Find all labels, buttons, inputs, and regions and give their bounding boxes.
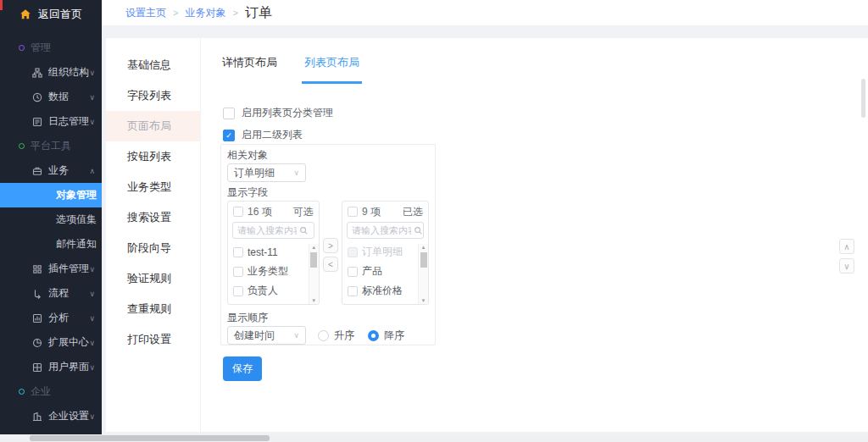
scrollbar-thumb[interactable]: [420, 252, 427, 268]
settings-nav-print-settings[interactable]: 打印设置: [106, 324, 200, 355]
list-item[interactable]: 业务类型: [228, 262, 319, 281]
settings-nav-field-list[interactable]: 字段列表: [106, 80, 200, 111]
scroll-down-icon[interactable]: ▼: [311, 297, 316, 304]
radio-asc-label[interactable]: 升序: [334, 329, 354, 343]
transfer-target-header: 9 项 已选: [342, 202, 428, 222]
search-icon: [414, 226, 423, 235]
tab-list-page-layout[interactable]: 列表页布局: [302, 48, 362, 84]
sidebar-item-label: 日志管理: [48, 114, 89, 129]
move-right-button[interactable]: >: [323, 238, 338, 253]
settings-nav-button-list[interactable]: 按钮列表: [106, 141, 200, 172]
panel-vertical-scrollbar[interactable]: [861, 79, 865, 118]
sidebar-item-mail-notify[interactable]: 邮件通知: [0, 232, 102, 257]
log-list-icon: [32, 117, 42, 127]
scroll-up-icon[interactable]: ▲: [421, 244, 426, 251]
briefcase-icon: [32, 166, 42, 176]
option-label: 启用二级列表: [242, 128, 303, 142]
move-down-button[interactable]: ∨: [839, 258, 854, 273]
search-icon: [299, 226, 309, 235]
sidebar-item-data[interactable]: 数据 ∨: [0, 85, 102, 109]
scroll-down-icon[interactable]: ▼: [421, 297, 426, 304]
sidebar-item-extension-center[interactable]: 扩展中心 ∨: [0, 330, 102, 355]
sidebar-item-analysis[interactable]: 分析 ∨: [0, 306, 102, 330]
list-item[interactable]: test-11: [228, 242, 319, 262]
sidebar-item-object-manage[interactable]: 对象管理: [0, 183, 102, 207]
sidebar-item-org-structure[interactable]: 组织结构 ∨: [0, 60, 102, 85]
sidebar-item-option-sets[interactable]: 选项值集: [0, 207, 102, 232]
settings-nav-search-settings[interactable]: 搜索设置: [106, 202, 200, 233]
sidebar-item-platform-tools[interactable]: 平台工具: [0, 134, 102, 158]
item-label: 产品: [362, 264, 382, 279]
related-object-select[interactable]: 订单明细 ∨: [227, 163, 306, 182]
sidebar-item-enterprise-settings[interactable]: 企业设置 ∨: [0, 404, 102, 428]
building-icon: [32, 412, 42, 422]
order-field-select[interactable]: 创建时间 ∨: [227, 326, 306, 345]
checkbox-checked[interactable]: ✓: [223, 130, 235, 141]
sidebar-item-enterprise[interactable]: 企业: [0, 379, 102, 404]
nav-label: 查重规则: [127, 301, 171, 317]
sidebar-item-log-manage[interactable]: 日志管理 ∨: [0, 109, 102, 134]
checkbox-unchecked[interactable]: [348, 286, 358, 296]
option-secondary-list[interactable]: ✓ 启用二级列表: [223, 128, 303, 142]
item-label: 标准价格: [362, 284, 403, 298]
radio-asc[interactable]: [318, 330, 329, 341]
settings-nav-basic-info[interactable]: 基础信息: [106, 50, 200, 80]
sidebar-item-flow[interactable]: 流程 ∨: [0, 281, 102, 306]
target-search-input[interactable]: [352, 225, 411, 235]
settings-nav-page-layout[interactable]: 页面布局: [106, 111, 200, 141]
check-icon: ✓: [225, 131, 232, 140]
move-left-button[interactable]: <: [323, 257, 338, 272]
checkbox-unchecked[interactable]: [233, 286, 243, 296]
sidebar-item-label: 企业设置: [48, 409, 89, 423]
org-chart-icon: [32, 68, 42, 78]
option-label: 启用列表页分类管理: [242, 106, 333, 120]
source-scrollbar[interactable]: ▲ ▼: [309, 244, 319, 304]
breadcrumb-link-settings-home[interactable]: 设置主页: [125, 6, 166, 20]
checkbox-unchecked[interactable]: [233, 267, 243, 277]
app-window: 返回首页 管理 组织结构 ∨ 数据 ∨ 日志管理 ∨: [0, 0, 868, 442]
tab-detail-page-layout[interactable]: 详情页布局: [220, 48, 280, 84]
sidebar-menu: 管理 组织结构 ∨ 数据 ∨ 日志管理 ∨ 平台工具: [0, 29, 102, 428]
settings-nav-dedup-rules[interactable]: 查重规则: [106, 294, 200, 324]
scrollbar-thumb[interactable]: [310, 252, 317, 268]
breadcrumb-link-business-object[interactable]: 业务对象: [185, 6, 225, 20]
list-item[interactable]: 产品: [342, 262, 428, 281]
sidebar-item-label: 组织结构: [48, 65, 89, 80]
transfer-source-list: 16 项 可选 test-11 业务类型: [227, 201, 320, 305]
select-value: 订单明细: [234, 166, 275, 180]
checkbox-unchecked[interactable]: [348, 267, 358, 277]
horizontal-scrollbar-thumb[interactable]: [30, 435, 270, 441]
source-search-box: [232, 222, 314, 239]
source-search-input[interactable]: [237, 225, 297, 235]
save-button[interactable]: 保存: [223, 356, 262, 381]
target-count: 9 项: [362, 205, 381, 219]
checkbox-unchecked[interactable]: [348, 207, 358, 217]
move-up-button[interactable]: ∧: [839, 239, 854, 254]
target-scrollbar[interactable]: ▲ ▼: [418, 244, 428, 304]
list-item[interactable]: 负责人: [228, 281, 319, 301]
settings-nav-validation-rules[interactable]: 验证规则: [106, 263, 200, 294]
sidebar-item-label: 分析: [48, 311, 69, 325]
settings-nav-stage-wizard[interactable]: 阶段向导: [106, 233, 200, 263]
radio-desc-label[interactable]: 降序: [384, 329, 404, 343]
checkbox-unchecked[interactable]: [223, 108, 235, 119]
checkbox-unchecked[interactable]: [233, 207, 243, 217]
nav-label: 基础信息: [127, 58, 171, 73]
horizontal-scrollbar[interactable]: [0, 434, 868, 442]
sidebar-home[interactable]: 返回首页: [0, 0, 102, 29]
scroll-up-icon[interactable]: ▲: [311, 244, 316, 251]
radio-desc-selected[interactable]: [368, 330, 379, 341]
sidebar-item-business[interactable]: 业务 ∧: [0, 158, 102, 183]
sidebar-item-user-interface[interactable]: 用户界面 ∨: [0, 355, 102, 379]
option-category-manage[interactable]: 启用列表页分类管理: [223, 106, 333, 120]
sidebar-item-plugin-manage[interactable]: 插件管理 ∨: [0, 257, 102, 281]
sidebar-item-manage[interactable]: 管理: [0, 36, 102, 60]
nav-label: 阶段向导: [127, 240, 171, 256]
checkbox-unchecked[interactable]: [233, 247, 243, 257]
transfer-controls: > <: [320, 201, 342, 272]
circle-icon: [19, 143, 25, 149]
list-item[interactable]: 标准价格: [342, 281, 428, 301]
breadcrumb-separator-icon: >: [173, 8, 178, 18]
settings-nav-business-type[interactable]: 业务类型: [106, 172, 200, 202]
order-direction-group: 升序 降序: [318, 329, 413, 343]
